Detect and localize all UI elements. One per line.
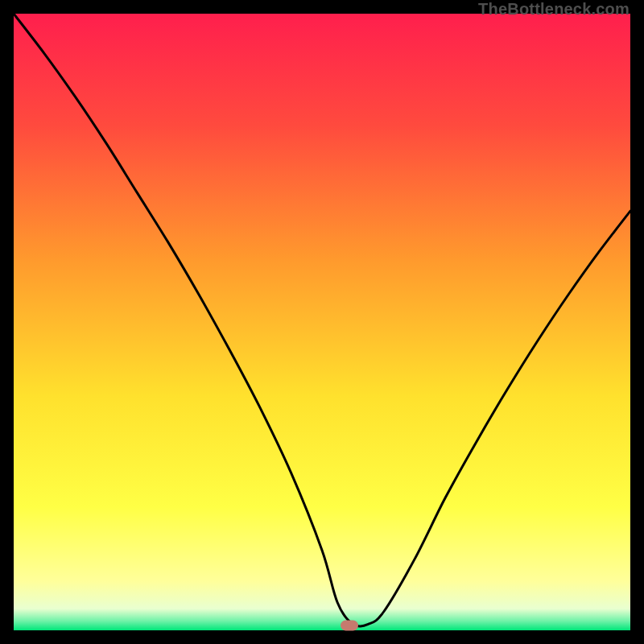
watermark-text: TheBottleneck.com [478, 0, 630, 19]
optimal-marker [341, 620, 358, 630]
chart-frame: TheBottleneck.com [0, 0, 644, 644]
plot-area [14, 14, 630, 630]
bottleneck-curve [14, 14, 630, 630]
